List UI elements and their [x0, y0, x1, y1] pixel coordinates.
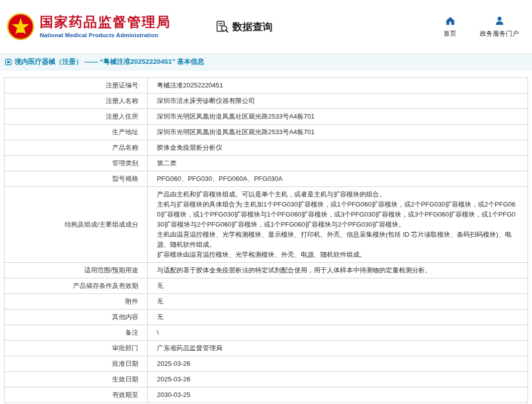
- row-value: 深圳市光明区凤凰街道凤凰社区观光路2533号A4栋701: [148, 125, 528, 140]
- table-row: 产品储存条件及有效期 无: [5, 278, 528, 294]
- table-row: 审批部门 广东省药品监督管理局: [5, 341, 528, 356]
- org-title-block: 国家药品监督管理局 National Medical Products Admi…: [40, 15, 171, 38]
- row-label: 附件: [5, 294, 148, 310]
- table-row: 型号规格 PFG060、PFG030、PFG060A、PFG030A: [5, 171, 528, 187]
- info-table-body: 注册证编号 粤械注准20252220451 注册人名称 深圳市活水床旁诊断仪器有…: [5, 78, 528, 403]
- person-icon: [494, 16, 505, 26]
- national-emblem-icon: [7, 13, 34, 40]
- table-row: 其他内容 无: [5, 310, 528, 325]
- row-label: 批准日期: [5, 356, 148, 372]
- row-value: 与适配的基于胶体金免疫层析法的特定试剂配合使用，用于人体样本中待测物的定量检测分…: [148, 263, 528, 278]
- table-row: 注册人住所 深圳市光明区凤凰街道凤凰社区观光路2533号A4栋701: [5, 109, 528, 125]
- row-value: 无: [148, 310, 528, 325]
- nav-home-label: 首页: [444, 29, 457, 38]
- table-row: 附件 无: [5, 294, 528, 310]
- org-name-en: National Medical Products Administration: [40, 32, 171, 38]
- row-value: 产品由主机和扩容模块组成。可以是单个主机，或者是主机与扩容模块的组合。 主机与扩…: [148, 187, 528, 263]
- table-row: 批准日期 2025-03-26: [5, 356, 528, 372]
- row-label: 注册人名称: [5, 93, 148, 109]
- row-label: 注册证编号: [5, 78, 148, 93]
- table-row: 适用范围/预期用途 与适配的基于胶体金免疫层析法的特定试剂配合使用，用于人体样本…: [5, 263, 528, 278]
- row-value: 粤械注准20252220451: [148, 78, 528, 93]
- row-label: 结构及组成/主要组成成分: [5, 187, 148, 263]
- row-value: 2025-03-26: [148, 356, 528, 372]
- top-nav: 首页 政务服务门户: [444, 16, 525, 38]
- table-row: 管理类别 第二类: [5, 156, 528, 171]
- row-label: 管理类别: [5, 156, 148, 171]
- data-query-label: 数据查询: [232, 20, 273, 34]
- breadcrumb-text: 境内医疗器械（注册） —— “粤械注准20252220451” 基本信息: [15, 57, 204, 66]
- table-row: 生产地址 深圳市光明区凤凰街道凤凰社区观光路2533号A4栋701: [5, 125, 528, 140]
- main-content: 注册证编号 粤械注准20252220451 注册人名称 深圳市活水床旁诊断仪器有…: [0, 70, 532, 404]
- row-value: 无: [148, 294, 528, 310]
- row-value: PFG060、PFG030、PFG060A、PFG030A: [148, 171, 528, 187]
- row-value: 2030-03-25: [148, 387, 528, 403]
- table-row: 注册人名称 深圳市活水床旁诊断仪器有限公司: [5, 93, 528, 109]
- row-value: 第二类: [148, 156, 528, 171]
- row-label: 有效期至: [5, 387, 148, 403]
- nav-home[interactable]: 首页: [444, 16, 457, 38]
- table-row: 有效期至 2030-03-25: [5, 387, 528, 403]
- row-label: 备注: [5, 325, 148, 341]
- table-row: 结构及组成/主要组成成分 产品由主机和扩容模块组成。可以是单个主机，或者是主机与…: [5, 187, 528, 263]
- row-value: 广东省药品监督管理局: [148, 341, 528, 356]
- info-table: 注册证编号 粤械注准20252220451 注册人名称 深圳市活水床旁诊断仪器有…: [4, 77, 528, 403]
- row-value: 深圳市活水床旁诊断仪器有限公司: [148, 93, 528, 109]
- row-label: 审批部门: [5, 341, 148, 356]
- row-label: 其他内容: [5, 310, 148, 325]
- row-label: 生效日期: [5, 372, 148, 387]
- nmpa-logo-link[interactable]: 国家药品监督管理局 National Medical Products Admi…: [7, 13, 171, 40]
- row-label: 注册人住所: [5, 109, 148, 125]
- row-label: 产品储存条件及有效期: [5, 278, 148, 294]
- table-row: 备注 \: [5, 325, 528, 341]
- row-value: 深圳市光明区凤凰街道凤凰社区观光路2533号A4栋701: [148, 109, 528, 125]
- row-label: 产品名称: [5, 140, 148, 156]
- row-value: 无: [148, 278, 528, 294]
- row-value: 胶体金免疫层析分析仪: [148, 140, 528, 156]
- page-header: 国家药品监督管理局 National Medical Products Admi…: [0, 0, 532, 54]
- row-label: 型号规格: [5, 171, 148, 187]
- row-value: \: [148, 325, 528, 341]
- row-label: 适用范围/预期用途: [5, 263, 148, 278]
- org-name: 国家药品监督管理局: [40, 15, 171, 30]
- nav-portal-label: 政务服务门户: [480, 29, 519, 38]
- table-row: 产品名称 胶体金免疫层析分析仪: [5, 140, 528, 156]
- table-row: 生效日期 2025-03-26: [5, 372, 528, 387]
- table-row: 注册证编号 粤械注准20252220451: [5, 78, 528, 93]
- data-query-icon: [215, 20, 229, 34]
- nav-portal[interactable]: 政务服务门户: [480, 16, 519, 38]
- row-label: 生产地址: [5, 125, 148, 140]
- breadcrumb: 境内医疗器械（注册） —— “粤械注准20252220451” 基本信息: [0, 54, 532, 70]
- data-query-nav[interactable]: 数据查询: [215, 20, 273, 34]
- home-icon: [445, 16, 456, 26]
- section-icon: [5, 59, 12, 65]
- row-value: 2025-03-26: [148, 372, 528, 387]
